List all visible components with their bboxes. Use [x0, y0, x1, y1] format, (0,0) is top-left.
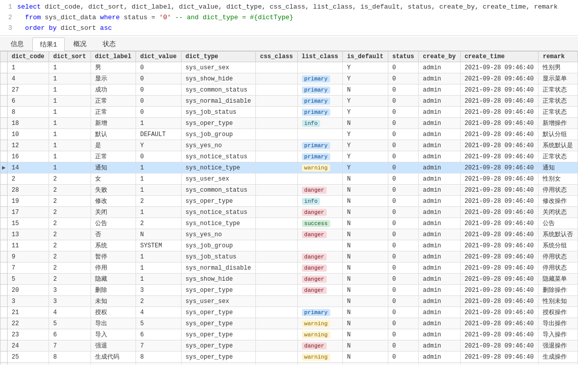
cell-status: 0: [388, 218, 419, 229]
table-row[interactable]: 41显示0sys_show_hideprimaryY0admin2021-09-…: [1, 73, 578, 84]
cell-dict_type: sys_oper_type: [181, 340, 256, 352]
table-row[interactable]: 101默认DEFAULTsys_job_groupY0admin2021-09-…: [1, 129, 578, 140]
table-row[interactable]: 11男0sys_user_sexY0admin2021-09-28 09:46:…: [1, 62, 578, 73]
table-row[interactable]: 61正常0sys_normal_disableprimaryY0admin202…: [1, 96, 578, 107]
cell-dict_sort: 2: [49, 185, 91, 196]
table-row[interactable]: 161正常0sys_notice_statusprimaryY0admin202…: [1, 151, 578, 162]
cell-dict_label: 修改: [91, 196, 136, 207]
column-header-css_class: css_class: [256, 52, 297, 62]
badge-info: info: [302, 198, 320, 205]
cell-status: 0: [388, 173, 419, 185]
table-row[interactable]: 72停用1sys_normal_disabledangerN0admin2021…: [1, 263, 578, 274]
table-row[interactable]: 92暂停1sys_job_statusdangerN0admin2021-09-…: [1, 251, 578, 263]
badge-success: success: [302, 220, 330, 227]
cell-css_class: [256, 173, 297, 185]
table-row[interactable]: 192修改2sys_oper_typeinfoN0admin2021-09-28…: [1, 196, 578, 207]
cell-dict_value: SYSTEM: [136, 240, 182, 251]
cell-dict_sort: 1: [49, 151, 91, 162]
cell-dict_code: 10: [8, 129, 49, 140]
table-row[interactable]: 269清空数据9sys_oper_typedangerN0admin2021-0…: [1, 363, 578, 365]
cell-status: 0: [388, 229, 419, 240]
table-row[interactable]: 132否Nsys_yes_nodangerN0admin2021-09-28 0…: [1, 229, 578, 240]
cell-css_class: [256, 196, 297, 207]
sql-identifier: sys_dict_data: [45, 14, 100, 21]
cell-create_by: admin: [419, 340, 460, 352]
cell-dict_type: sys_oper_type: [181, 118, 256, 129]
badge-primary: primary: [302, 309, 330, 316]
cell-remark: 生成操作: [539, 352, 578, 363]
cell-list_class: danger: [297, 251, 343, 263]
cell-dict_value: 5: [136, 318, 182, 329]
table-row[interactable]: 172关闭1sys_notice_statusdangerN0admin2021…: [1, 207, 578, 218]
cell-create_time: 2021-09-28 09:46:40: [460, 329, 539, 340]
cell-is_default: N: [343, 173, 388, 185]
cell-dict_label: 新增: [91, 118, 136, 129]
table-row[interactable]: 271成功0sys_common_statusprimaryN0admin202…: [1, 84, 578, 96]
sql-keyword: select: [17, 3, 45, 11]
tab-信息[interactable]: 信息: [3, 37, 31, 51]
cell-is_default: Y: [343, 96, 388, 107]
cell-create_by: admin: [419, 207, 460, 218]
table-row[interactable]: 22女1sys_user_sexN0admin2021-09-28 09:46:…: [1, 173, 578, 185]
tab-状态[interactable]: 状态: [95, 37, 123, 51]
table-row[interactable]: 282失败1sys_common_statusdangerN0admin2021…: [1, 185, 578, 196]
cell-dict_code: 8: [8, 107, 49, 118]
cell-dict_label: 是: [91, 140, 136, 151]
table-row[interactable]: ▶141通知1sys_notice_typewarningY0admin2021…: [1, 162, 578, 173]
cell-status: 0: [388, 84, 419, 96]
cell-arrow: [1, 296, 8, 307]
cell-dict_type: sys_notice_status: [181, 151, 256, 162]
table-row[interactable]: 225导出5sys_oper_typewarningN0admin2021-09…: [1, 318, 578, 329]
cell-status: 0: [388, 185, 419, 196]
cell-create_by: admin: [419, 285, 460, 296]
table-row[interactable]: 203删除3sys_oper_typedangerN0admin2021-09-…: [1, 285, 578, 296]
table-row[interactable]: 214授权4sys_oper_typeprimaryN0admin2021-09…: [1, 307, 578, 318]
cell-dict_sort: 1: [49, 62, 91, 73]
cell-create_time: 2021-09-28 09:46:40: [460, 340, 539, 352]
cell-dict_code: 2: [8, 173, 49, 185]
table-row[interactable]: 81正常0sys_job_statusprimaryY0admin2021-09…: [1, 107, 578, 118]
cell-is_default: N: [343, 340, 388, 352]
badge-danger: danger: [302, 287, 327, 294]
cell-status: 0: [388, 363, 419, 365]
tab-结果1[interactable]: 结果1: [32, 37, 65, 51]
cell-arrow: [1, 340, 8, 352]
cell-remark: 修改操作: [539, 196, 578, 207]
table-row[interactable]: 247强退7sys_oper_typedangerN0admin2021-09-…: [1, 340, 578, 352]
table-row[interactable]: 236导入6sys_oper_typewarningN0admin2021-09…: [1, 329, 578, 340]
table-row[interactable]: 121是Ysys_yes_noprimaryY0admin2021-09-28 …: [1, 140, 578, 151]
table-row[interactable]: 52隐藏1sys_show_hidedangerN0admin2021-09-2…: [1, 274, 578, 285]
cell-dict_label: 通知: [91, 162, 136, 173]
cell-create_by: admin: [419, 329, 460, 340]
cell-list_class: primary: [297, 307, 343, 318]
cell-dict_label: 男: [91, 62, 136, 73]
table-row[interactable]: 152公告2sys_notice_typesuccessN0admin2021-…: [1, 218, 578, 229]
cell-create_by: admin: [419, 318, 460, 329]
result-container[interactable]: dict_codedict_sortdict_labeldict_valuedi…: [0, 51, 578, 365]
cell-list_class: warning: [297, 352, 343, 363]
cell-status: 0: [388, 196, 419, 207]
cell-remark: 性别女: [539, 173, 578, 185]
tab-概况[interactable]: 概况: [66, 37, 94, 51]
cell-is_default: N: [343, 296, 388, 307]
cell-status: 0: [388, 118, 419, 129]
cell-remark: 强退操作: [539, 340, 578, 352]
cell-dict_sort: 1: [49, 162, 91, 173]
cell-dict_label: 生成代码: [91, 352, 136, 363]
table-row[interactable]: 181新增1sys_oper_typeinfoN0admin2021-09-28…: [1, 118, 578, 129]
badge-danger: danger: [302, 209, 327, 216]
cell-remark: 性别男: [539, 62, 578, 73]
cell-dict_value: N: [136, 229, 182, 240]
cell-create_by: admin: [419, 296, 460, 307]
table-row[interactable]: 33未知2sys_user_sexN0admin2021-09-28 09:46…: [1, 296, 578, 307]
cell-list_class: danger: [297, 207, 343, 218]
cell-list_class: danger: [297, 340, 343, 352]
cell-css_class: [256, 229, 297, 240]
cell-dict_sort: 1: [49, 107, 91, 118]
cell-remark: 正常状态: [539, 84, 578, 96]
table-row[interactable]: 258生成代码8sys_oper_typewarningN0admin2021-…: [1, 352, 578, 363]
cell-css_class: [256, 118, 297, 129]
cell-dict_code: 7: [8, 263, 49, 274]
cell-create_by: admin: [419, 196, 460, 207]
table-row[interactable]: 112系统SYSTEMsys_job_groupN0admin2021-09-2…: [1, 240, 578, 251]
